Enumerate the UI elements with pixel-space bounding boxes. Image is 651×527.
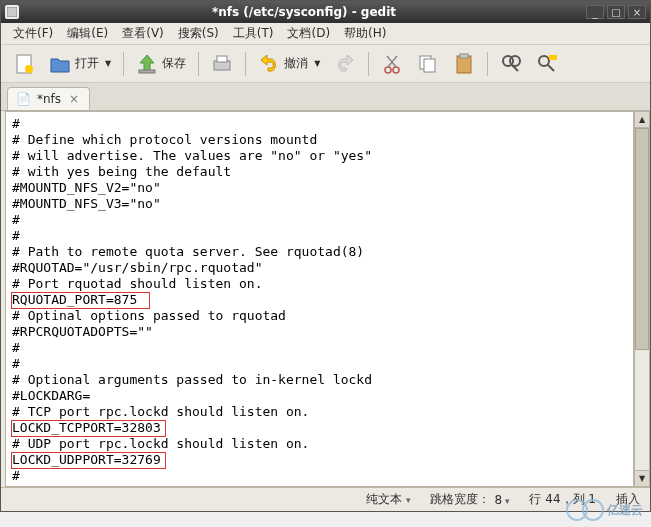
tabbar: 📄 *nfs × bbox=[1, 83, 650, 111]
syntax-mode[interactable]: 纯文本 bbox=[366, 491, 411, 508]
paste-button[interactable] bbox=[447, 49, 481, 79]
statusbar: 纯文本 跳格宽度： 8 行 44，列 1 插入 bbox=[1, 487, 650, 511]
maximize-button[interactable]: □ bbox=[607, 5, 625, 19]
menu-search[interactable]: 搜索(S) bbox=[172, 23, 225, 44]
svg-rect-5 bbox=[217, 56, 227, 62]
redo-button[interactable] bbox=[328, 49, 362, 79]
scroll-down-icon[interactable]: ▼ bbox=[635, 470, 649, 486]
menu-edit[interactable]: 编辑(E) bbox=[61, 23, 114, 44]
find-replace-button[interactable] bbox=[530, 49, 564, 79]
svg-rect-3 bbox=[139, 70, 155, 73]
svg-rect-11 bbox=[424, 59, 435, 72]
separator bbox=[368, 52, 369, 76]
menu-view[interactable]: 查看(V) bbox=[116, 23, 170, 44]
watermark: 亿速云 bbox=[566, 499, 643, 521]
scroll-up-icon[interactable]: ▲ bbox=[635, 112, 649, 128]
svg-line-18 bbox=[548, 65, 554, 71]
menubar: 文件(F) 编辑(E) 查看(V) 搜索(S) 工具(T) 文档(D) 帮助(H… bbox=[1, 23, 650, 45]
svg-point-7 bbox=[393, 67, 399, 73]
menu-help[interactable]: 帮助(H) bbox=[338, 23, 392, 44]
svg-point-6 bbox=[385, 67, 391, 73]
scroll-thumb[interactable] bbox=[635, 128, 649, 350]
separator bbox=[245, 52, 246, 76]
cut-button[interactable] bbox=[375, 49, 409, 79]
svg-point-16 bbox=[510, 56, 520, 66]
tab-nfs[interactable]: 📄 *nfs × bbox=[7, 87, 90, 110]
svg-rect-12 bbox=[457, 56, 471, 73]
menu-tools[interactable]: 工具(T) bbox=[227, 23, 280, 44]
svg-point-2 bbox=[25, 65, 33, 73]
watermark-icon bbox=[582, 499, 604, 521]
menu-file[interactable]: 文件(F) bbox=[7, 23, 59, 44]
open-button[interactable]: 打开▼ bbox=[43, 49, 117, 79]
window-title: *nfs (/etc/sysconfig) - gedit bbox=[25, 5, 583, 19]
svg-rect-19 bbox=[549, 55, 557, 60]
svg-line-8 bbox=[388, 56, 397, 67]
print-button[interactable] bbox=[205, 49, 239, 79]
new-button[interactable] bbox=[7, 49, 41, 79]
separator bbox=[123, 52, 124, 76]
document-icon: 📄 bbox=[16, 92, 31, 106]
toolbar: 打开▼ 保存 撤消▼ bbox=[1, 45, 650, 83]
find-button[interactable] bbox=[494, 49, 528, 79]
text-editor[interactable]: # # Define which protocol versions mount… bbox=[5, 111, 634, 487]
vertical-scrollbar[interactable]: ▲ ▼ bbox=[634, 111, 650, 487]
svg-point-17 bbox=[539, 56, 549, 66]
separator bbox=[198, 52, 199, 76]
svg-rect-13 bbox=[460, 54, 468, 58]
tab-close-icon[interactable]: × bbox=[67, 92, 81, 106]
scroll-track[interactable] bbox=[635, 128, 649, 470]
undo-button[interactable]: 撤消▼ bbox=[252, 49, 326, 79]
separator bbox=[487, 52, 488, 76]
tab-label: *nfs bbox=[37, 92, 61, 106]
save-button[interactable]: 保存 bbox=[130, 49, 192, 79]
minimize-button[interactable]: _ bbox=[586, 5, 604, 19]
svg-rect-0 bbox=[7, 7, 17, 17]
copy-button[interactable] bbox=[411, 49, 445, 79]
svg-line-9 bbox=[387, 56, 396, 67]
menu-documents[interactable]: 文档(D) bbox=[281, 23, 336, 44]
tab-width[interactable]: 跳格宽度： 8 bbox=[430, 491, 509, 508]
close-button[interactable]: × bbox=[628, 5, 646, 19]
titlebar: *nfs (/etc/sysconfig) - gedit _ □ × bbox=[1, 1, 650, 23]
app-icon bbox=[5, 5, 19, 19]
